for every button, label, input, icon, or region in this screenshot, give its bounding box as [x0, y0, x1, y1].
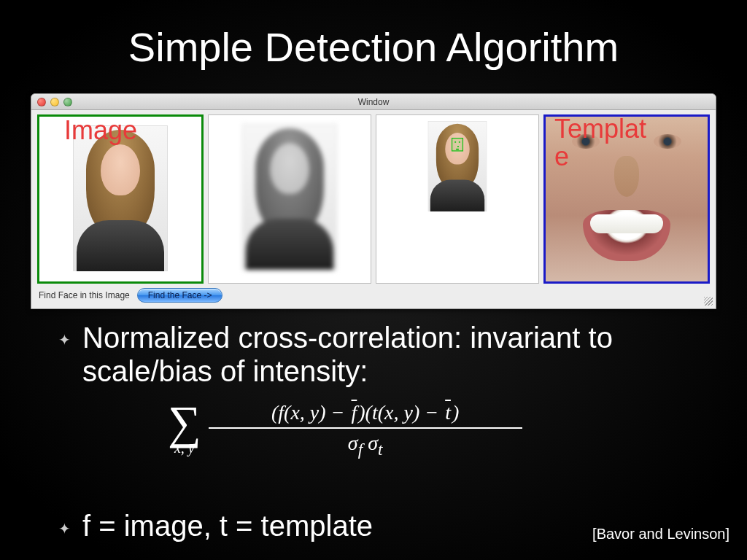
- bullet-icon: ✦: [58, 331, 71, 349]
- bullet-item-2: ✦ f = image, t = template: [58, 510, 373, 542]
- slide-body: ✦ Normalized cross-correlation: invarian…: [58, 321, 718, 465]
- window-title: Window: [31, 97, 716, 107]
- detection-result-pane: [376, 114, 539, 284]
- sub-t: t: [378, 440, 382, 459]
- sum-subscript: x, y: [174, 440, 195, 456]
- resize-grip-icon[interactable]: [704, 297, 713, 306]
- bullet-icon: ✦: [58, 520, 71, 537]
- image-overlay-label: Image: [64, 115, 137, 146]
- window-titlebar: Window: [31, 94, 716, 110]
- summation-symbol: ∑ x, y: [168, 404, 201, 456]
- citation: [Bavor and Levinson]: [592, 526, 729, 542]
- template-overlay-label: Templat e: [554, 115, 686, 171]
- sigma-f: σ: [348, 432, 358, 454]
- slide-title: Simple Detection Algorithm: [0, 0, 747, 71]
- slide-footer-row: ✦ f = image, t = template [Bavor and Lev…: [58, 510, 729, 542]
- detection-box-icon: [452, 138, 463, 152]
- denominator: σf σt: [348, 432, 383, 459]
- sigma-t: σ: [368, 432, 378, 454]
- bullet-text-1: Normalized cross-correlation: invariant …: [82, 321, 718, 388]
- numerator: (f(x, y) − f)(t(x, y) − t): [271, 401, 459, 424]
- bullet-text-2: f = image, t = template: [82, 510, 373, 542]
- window-footer: Find Face in this Image Find the Face ->: [39, 288, 222, 303]
- formula: ∑ x, y (f(x, y) − f)(t(x, y) − t) σf σt: [168, 401, 547, 459]
- find-face-link[interactable]: Find Face in this Image: [39, 290, 130, 300]
- sub-f: f: [358, 440, 363, 459]
- bullet-item-1: ✦ Normalized cross-correlation: invarian…: [58, 321, 718, 388]
- fraction: (f(x, y) − f)(t(x, y) − t) σf σt: [209, 401, 522, 459]
- blurred-image-pane: [208, 114, 371, 284]
- find-face-button[interactable]: Find the Face ->: [137, 288, 223, 303]
